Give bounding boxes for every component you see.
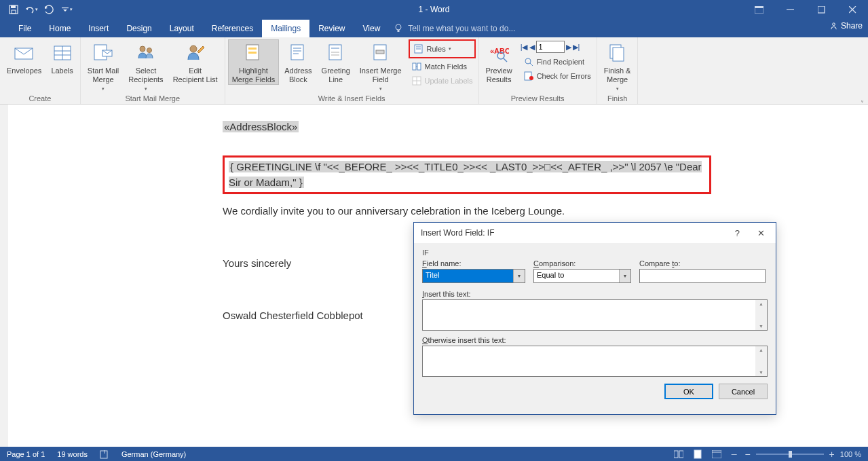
ok-button[interactable]: OK (664, 384, 713, 399)
undo-icon[interactable]: ▾ (23, 2, 39, 17)
tab-layout[interactable]: Layout (161, 20, 203, 37)
rules-icon (413, 43, 424, 54)
first-record-icon[interactable]: |◀ (521, 43, 528, 52)
zoom-out-icon[interactable]: − (744, 449, 750, 460)
svg-rect-25 (248, 52, 257, 54)
chevron-down-icon[interactable]: ▼ (513, 270, 525, 282)
proofing-icon[interactable] (100, 449, 109, 459)
find-recipient-button[interactable]: Find Recipient (521, 54, 594, 69)
next-record-icon[interactable]: ▶ (566, 43, 571, 52)
rules-button[interactable]: Rules▾ (411, 41, 474, 56)
ribbon-options-icon[interactable] (743, 0, 774, 19)
field-name-combo[interactable]: Titel ▼ (422, 269, 525, 283)
page-status[interactable]: Page 1 of 1 (7, 450, 45, 458)
maximize-icon[interactable] (806, 0, 837, 19)
check-for-errors-button[interactable]: Check for Errors (521, 69, 594, 83)
svg-point-22 (190, 45, 197, 52)
svg-rect-7 (818, 6, 825, 13)
greeting-line-button[interactable]: Greeting Line (318, 39, 354, 84)
match-fields-button[interactable]: Match Fields (409, 59, 476, 73)
zoom-slider[interactable] (756, 454, 824, 455)
insert-text-textarea[interactable]: ▲▼ (422, 299, 768, 331)
svg-rect-5 (755, 6, 763, 8)
redo-icon[interactable] (41, 2, 57, 17)
edit-recipient-list-button[interactable]: Edit Recipient List (169, 39, 222, 84)
preview-results-button[interactable]: «ABC» Preview Results (482, 39, 516, 84)
tab-home[interactable]: Home (40, 20, 79, 37)
svg-rect-56 (674, 451, 678, 458)
body-paragraph[interactable]: We cordially invite you to our anniversa… (223, 204, 711, 218)
tell-me-search[interactable]: Tell me what you want to do... (389, 20, 521, 37)
tab-design[interactable]: Design (117, 20, 160, 37)
record-number-input[interactable] (536, 41, 565, 53)
tab-file[interactable]: File (10, 20, 40, 37)
start-mail-merge-button[interactable]: Start Mail Merge▾ (83, 39, 123, 93)
greeting-line-field-highlight: { GREETINGLINE \f "<<_BEFORE_ >><<_TITLE… (223, 155, 711, 194)
read-mode-icon[interactable] (672, 449, 685, 460)
address-block-button[interactable]: Address Block (280, 39, 316, 84)
chevron-down-icon[interactable]: ▼ (619, 270, 630, 282)
start-mail-merge-icon (92, 42, 114, 64)
scrollbar[interactable]: ▲▼ (755, 346, 767, 376)
tab-insert[interactable]: Insert (79, 20, 117, 37)
share-button[interactable]: Share (829, 21, 863, 31)
minimize-icon[interactable] (774, 0, 806, 19)
prev-record-icon[interactable]: ◀ (529, 43, 535, 52)
highlight-merge-fields-button[interactable]: Highlight Merge Fields (228, 39, 280, 85)
ribbon: Envelopes Labels Create Start Mail Merge… (0, 37, 868, 105)
field-name-label: Field name: (422, 259, 525, 268)
otherwise-text-label: Otherwise insert this text: (422, 336, 768, 344)
window-controls (743, 0, 868, 19)
document-title: 1 - Word (419, 5, 450, 14)
web-layout-icon[interactable] (710, 449, 723, 460)
compare-to-input[interactable] (639, 269, 766, 283)
update-labels-icon (411, 75, 422, 86)
svg-rect-53 (613, 48, 624, 61)
greeting-line-field-code[interactable]: { GREETINGLINE \f "<<_BEFORE_ >><<_TITLE… (229, 161, 702, 188)
svg-rect-57 (679, 451, 683, 458)
zoom-level[interactable]: 100 % (840, 450, 861, 458)
close-icon[interactable] (837, 0, 868, 19)
svg-rect-11 (398, 30, 400, 32)
finish-merge-icon (607, 42, 628, 64)
tab-mailings[interactable]: Mailings (262, 20, 309, 37)
zoom-in-icon[interactable]: + (829, 449, 835, 460)
select-recipients-icon (135, 42, 157, 64)
lightbulb-icon (394, 24, 404, 33)
language-status[interactable]: German (Germany) (121, 450, 186, 458)
envelopes-button[interactable]: Envelopes (3, 39, 45, 75)
check-errors-icon (523, 71, 534, 81)
svg-point-48 (525, 58, 531, 64)
address-block-field[interactable]: «AddressBlock» (223, 121, 299, 132)
tab-view[interactable]: View (354, 20, 390, 37)
dialog-group-if: IF (422, 248, 768, 257)
tab-review[interactable]: Review (309, 20, 354, 37)
svg-rect-26 (291, 45, 303, 60)
svg-point-51 (529, 76, 533, 80)
tab-references[interactable]: References (203, 20, 262, 37)
last-record-icon[interactable]: ▶| (573, 43, 580, 52)
ribbon-group-finish: Finish & Merge▾ Finish (597, 37, 639, 104)
svg-line-47 (504, 58, 507, 62)
qat-customize-icon[interactable]: ▾ (58, 2, 75, 17)
save-icon[interactable] (5, 2, 22, 17)
finish-merge-button[interactable]: Finish & Merge▾ (600, 39, 635, 93)
collapse-ribbon-icon[interactable]: ˬ (861, 94, 864, 102)
scrollbar[interactable]: ▲▼ (755, 300, 767, 330)
svg-point-10 (396, 24, 401, 30)
dialog-titlebar: Insert Word Field: IF ? ✕ (414, 223, 776, 243)
otherwise-text-textarea[interactable]: ▲▼ (422, 346, 768, 377)
cancel-button[interactable]: Cancel (719, 384, 768, 399)
print-layout-icon[interactable] (691, 449, 704, 460)
comparison-combo[interactable]: Equal to ▼ (533, 269, 631, 283)
status-bar: Page 1 of 1 19 words German (Germany) ─ … (0, 447, 868, 461)
compare-to-label: Compare to: (639, 259, 766, 268)
dialog-help-icon[interactable]: ? (728, 225, 747, 241)
svg-rect-40 (417, 63, 421, 70)
labels-button[interactable]: Labels (47, 39, 77, 75)
word-count[interactable]: 19 words (57, 450, 88, 458)
insert-merge-field-button[interactable]: Insert Merge Field▾ (356, 39, 406, 93)
svg-text:«ABC»: «ABC» (490, 47, 509, 55)
select-recipients-button[interactable]: Select Recipients▾ (124, 39, 167, 93)
dialog-close-icon[interactable]: ✕ (751, 225, 772, 241)
